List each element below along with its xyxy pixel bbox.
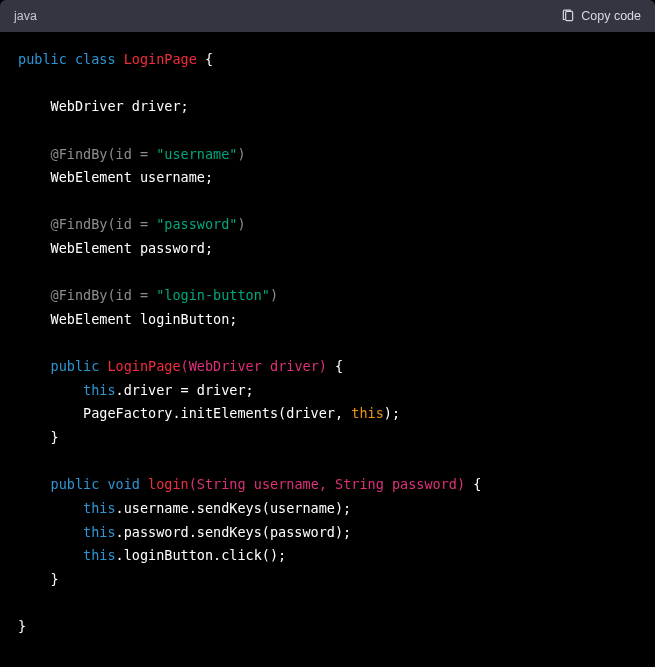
svg-rect-0 bbox=[566, 11, 573, 20]
code-line: } bbox=[18, 618, 26, 634]
token-keyword: public bbox=[51, 476, 100, 492]
token-function: LoginPage bbox=[107, 358, 180, 374]
code-block: java Copy code public class LoginPage { … bbox=[0, 0, 655, 667]
token-string: "password" bbox=[156, 216, 237, 232]
code-line: } bbox=[18, 429, 59, 445]
copy-code-button[interactable]: Copy code bbox=[561, 9, 641, 23]
token-punct: { bbox=[327, 358, 343, 374]
token-this: this bbox=[83, 500, 116, 516]
token-keyword: class bbox=[75, 51, 116, 67]
token-this: this bbox=[83, 547, 116, 563]
token-annotation: @FindBy(id = bbox=[18, 146, 156, 162]
copy-code-label: Copy code bbox=[581, 9, 641, 23]
token-annotation: @FindBy(id = bbox=[18, 216, 156, 232]
code-line: WebDriver driver; bbox=[18, 98, 189, 114]
code-fragment: .username.sendKeys(username); bbox=[116, 500, 352, 516]
code-line: WebElement loginButton; bbox=[18, 311, 237, 327]
token-keyword: public bbox=[51, 358, 100, 374]
token-keyword: public bbox=[18, 51, 67, 67]
token-params: (String username, String password) bbox=[189, 476, 465, 492]
token-string: "login-button" bbox=[156, 287, 270, 303]
token-this: this bbox=[351, 405, 384, 421]
code-line: } bbox=[18, 571, 59, 587]
code-fragment: ); bbox=[384, 405, 400, 421]
token-punct: { bbox=[197, 51, 213, 67]
clipboard-icon bbox=[561, 9, 575, 23]
token-punct: ) bbox=[270, 287, 278, 303]
token-annotation: @FindBy(id = bbox=[18, 287, 156, 303]
code-line: WebElement username; bbox=[18, 169, 213, 185]
code-content[interactable]: public class LoginPage { WebDriver drive… bbox=[0, 32, 655, 655]
token-params: (WebDriver driver) bbox=[181, 358, 327, 374]
token-this: this bbox=[83, 524, 116, 540]
code-fragment: .loginButton.click(); bbox=[116, 547, 287, 563]
code-header: java Copy code bbox=[0, 0, 655, 32]
language-label: java bbox=[14, 9, 37, 23]
token-function: login bbox=[148, 476, 189, 492]
token-classname: LoginPage bbox=[124, 51, 197, 67]
code-line: WebElement password; bbox=[18, 240, 213, 256]
token-punct: ) bbox=[237, 216, 245, 232]
token-keyword: void bbox=[107, 476, 140, 492]
code-fragment: .password.sendKeys(password); bbox=[116, 524, 352, 540]
token-this: this bbox=[83, 382, 116, 398]
code-fragment: .driver = driver; bbox=[116, 382, 254, 398]
token-string: "username" bbox=[156, 146, 237, 162]
code-fragment: PageFactory.initElements(driver, bbox=[18, 405, 351, 421]
token-punct: { bbox=[465, 476, 481, 492]
token-punct: ) bbox=[237, 146, 245, 162]
